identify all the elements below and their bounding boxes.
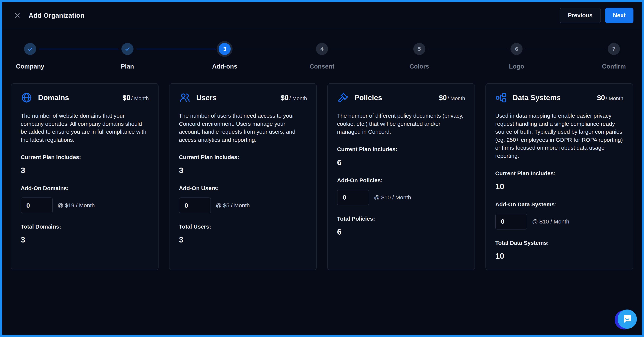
users-card: Users $0 / Month The number of users tha… bbox=[169, 83, 317, 270]
card-header: Data Systems $0 / Month bbox=[495, 92, 623, 104]
addon-label: Add-On Users: bbox=[179, 185, 307, 192]
current-plan-label: Current Plan Includes: bbox=[21, 154, 149, 160]
wizard-stepper: Company Plan 3 Add-ons 4 Consent 5 Color… bbox=[2, 43, 642, 55]
modal-header: Add Organization Previous Next bbox=[2, 2, 642, 29]
total-value: 3 bbox=[21, 235, 149, 244]
step-number: 6 bbox=[510, 43, 522, 55]
header-actions: Previous Next bbox=[560, 8, 634, 23]
step-label: Colors bbox=[409, 63, 429, 70]
step-consent[interactable]: 4 Consent bbox=[316, 43, 328, 55]
price-amount: $0 bbox=[122, 94, 130, 102]
step-label: Company bbox=[16, 63, 44, 70]
addon-cards: Domains $0 / Month The number of website… bbox=[2, 83, 642, 270]
card-price: $0 / Month bbox=[439, 94, 465, 102]
addon-label: Add-On Policies: bbox=[337, 177, 465, 184]
card-description: The number of different policy documents… bbox=[337, 112, 465, 136]
price-amount: $0 bbox=[280, 94, 288, 102]
current-plan-label: Current Plan Includes: bbox=[495, 170, 623, 176]
addon-rate: @ $5 / Month bbox=[216, 202, 250, 208]
data-systems-card: Data Systems $0 / Month Used in data map… bbox=[486, 83, 633, 270]
stepper-connector bbox=[428, 49, 508, 49]
addon-row: @ $10 / Month bbox=[495, 214, 623, 230]
current-plan-value: 3 bbox=[21, 166, 149, 175]
step-label: Add-ons bbox=[212, 63, 237, 70]
step-label: Confirm bbox=[602, 63, 626, 70]
step-company[interactable]: Company bbox=[24, 43, 36, 55]
card-description: Used in data mapping to enable easier pr… bbox=[495, 112, 623, 160]
network-icon bbox=[495, 92, 507, 104]
globe-icon bbox=[21, 92, 32, 104]
step-label: Consent bbox=[310, 63, 334, 70]
users-icon bbox=[179, 92, 190, 104]
card-price: $0 / Month bbox=[280, 94, 307, 102]
total-label: Total Users: bbox=[179, 224, 307, 230]
step-label: Logo bbox=[509, 63, 524, 70]
card-header: Policies $0 / Month bbox=[337, 92, 465, 104]
step-number: 7 bbox=[608, 43, 620, 55]
total-value: 3 bbox=[179, 235, 307, 244]
check-icon bbox=[124, 46, 131, 52]
card-title: Domains bbox=[38, 94, 69, 102]
card-title: Users bbox=[196, 94, 216, 102]
chat-launcher-button[interactable] bbox=[614, 310, 637, 330]
stepper-connector bbox=[331, 49, 410, 49]
stepper-connector bbox=[234, 49, 313, 49]
addon-domains-input[interactable] bbox=[21, 198, 53, 213]
step-number: 3 bbox=[218, 43, 231, 55]
total-value: 10 bbox=[495, 251, 623, 260]
close-button[interactable] bbox=[13, 11, 22, 20]
add-organization-modal: Add Organization Previous Next Company P… bbox=[0, 0, 644, 337]
price-suffix: / Month bbox=[606, 96, 623, 102]
card-title: Data Systems bbox=[512, 94, 561, 102]
stepper-connector bbox=[136, 49, 216, 49]
card-header: Users $0 / Month bbox=[179, 92, 307, 104]
addon-row: @ $10 / Month bbox=[337, 190, 465, 206]
card-description: The number of website domains that your … bbox=[21, 112, 149, 144]
addon-users-input[interactable] bbox=[179, 198, 211, 213]
total-value: 6 bbox=[337, 227, 465, 236]
step-label: Plan bbox=[121, 63, 134, 70]
current-plan-value: 6 bbox=[337, 158, 465, 167]
current-plan-label: Current Plan Includes: bbox=[179, 154, 307, 160]
current-plan-value: 3 bbox=[179, 166, 307, 175]
close-icon bbox=[14, 12, 21, 19]
addon-label: Add-On Domains: bbox=[21, 185, 149, 192]
step-plan[interactable]: Plan bbox=[122, 43, 134, 55]
addon-row: @ $19 / Month bbox=[21, 198, 149, 213]
step-logo[interactable]: 6 Logo bbox=[510, 43, 522, 55]
price-amount: $0 bbox=[439, 94, 447, 102]
page-title: Add Organization bbox=[28, 12, 84, 19]
price-suffix: / Month bbox=[290, 96, 307, 102]
card-price: $0 / Month bbox=[122, 94, 149, 102]
next-button[interactable]: Next bbox=[605, 8, 634, 23]
check-icon bbox=[27, 46, 33, 52]
addon-rate: @ $10 / Month bbox=[532, 218, 569, 225]
total-label: Total Domains: bbox=[21, 224, 149, 230]
card-description: The number of users that need access to … bbox=[179, 112, 307, 144]
total-label: Total Policies: bbox=[337, 216, 465, 222]
previous-button[interactable]: Previous bbox=[560, 8, 601, 23]
domains-card: Domains $0 / Month The number of website… bbox=[11, 83, 158, 270]
policies-card: Policies $0 / Month The number of differ… bbox=[327, 83, 475, 270]
stepper-connector bbox=[39, 49, 118, 49]
gavel-icon bbox=[337, 92, 349, 104]
card-title: Policies bbox=[354, 94, 382, 102]
price-suffix: / Month bbox=[131, 96, 149, 102]
stepper-connector bbox=[526, 49, 605, 49]
step-colors[interactable]: 5 Colors bbox=[413, 43, 426, 55]
card-header: Domains $0 / Month bbox=[21, 92, 149, 104]
addon-rate: @ $19 / Month bbox=[58, 202, 95, 208]
card-price: $0 / Month bbox=[597, 94, 623, 102]
price-suffix: / Month bbox=[448, 96, 465, 102]
current-plan-value: 10 bbox=[495, 182, 623, 191]
step-confirm[interactable]: 7 Confirm bbox=[608, 43, 620, 55]
addon-policies-input[interactable] bbox=[337, 190, 369, 206]
price-amount: $0 bbox=[597, 94, 605, 102]
current-plan-label: Current Plan Includes: bbox=[337, 146, 465, 152]
step-add-ons[interactable]: 3 Add-ons bbox=[218, 43, 231, 55]
addon-data-systems-input[interactable] bbox=[495, 214, 527, 230]
chat-bubble-icon bbox=[618, 310, 637, 329]
addon-rate: @ $10 / Month bbox=[374, 194, 411, 201]
addon-row: @ $5 / Month bbox=[179, 198, 307, 213]
total-label: Total Data Systems: bbox=[495, 240, 623, 246]
